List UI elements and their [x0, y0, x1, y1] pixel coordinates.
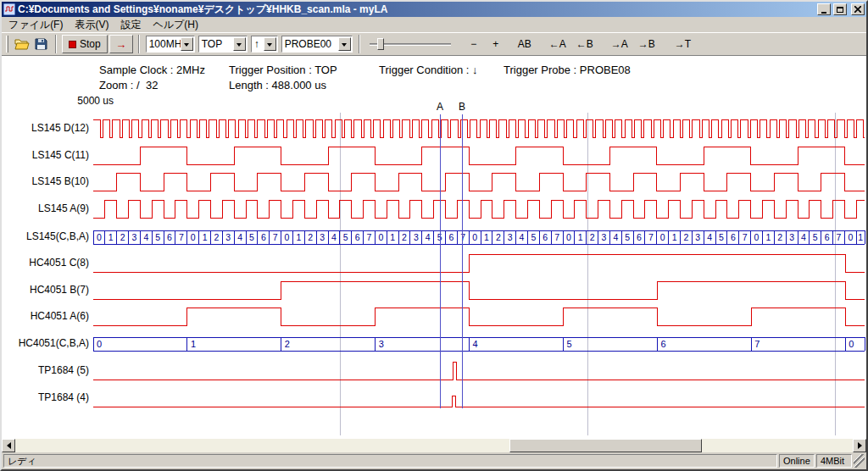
waveform-display[interactable]: 0123456701234567012345670123456701234567… [2, 56, 866, 439]
svg-text:4: 4 [473, 339, 478, 349]
open-button[interactable] [12, 35, 31, 53]
right-to-b-button[interactable]: →B [636, 36, 658, 53]
chevron-down-icon[interactable] [233, 37, 246, 51]
waveform-3 [93, 200, 865, 218]
svg-text:6: 6 [449, 232, 454, 242]
svg-text:4: 4 [143, 232, 148, 242]
stop-icon [69, 41, 76, 48]
waveform-client-area: Sample Clock : 2MHz Trigger Position : T… [2, 56, 866, 439]
right-to-a-button[interactable]: →A [609, 36, 631, 53]
svg-text:4: 4 [707, 232, 712, 242]
svg-text:3: 3 [132, 232, 137, 242]
resize-grip[interactable] [854, 454, 865, 468]
svg-text:2: 2 [308, 232, 313, 242]
svg-text:5: 5 [155, 232, 160, 242]
sample-clock-select[interactable]: 100MHz [146, 36, 195, 53]
right-to-trigger-button[interactable]: →T [672, 36, 693, 53]
svg-text:5: 5 [567, 339, 572, 349]
trigger-edge-value: ↑ [252, 38, 264, 50]
menu-view[interactable]: 表示(V) [69, 17, 114, 33]
svg-text:6: 6 [660, 339, 665, 349]
probe-select[interactable]: PROBE00 [281, 36, 353, 53]
bus-8: 012345670 [93, 337, 865, 351]
svg-text:7: 7 [743, 232, 748, 242]
open-folder-icon [14, 38, 30, 50]
menu-help[interactable]: ヘルプ(H) [147, 17, 204, 33]
svg-text:1: 1 [191, 339, 196, 349]
svg-text:7: 7 [754, 339, 760, 349]
stop-button[interactable]: Stop [62, 35, 108, 53]
trigger-position-select[interactable]: TOP [198, 36, 248, 53]
svg-text:3: 3 [320, 232, 325, 242]
svg-text:6: 6 [355, 232, 360, 242]
svg-text:5: 5 [813, 232, 818, 242]
svg-text:1: 1 [484, 232, 489, 242]
waveform-9 [93, 362, 865, 380]
svg-text:2: 2 [496, 232, 501, 242]
trigger-position-value: TOP [199, 38, 233, 50]
gridlines [340, 113, 835, 435]
chevron-down-icon[interactable] [264, 37, 276, 51]
toolbar-grip[interactable] [6, 36, 8, 53]
minimize-button[interactable] [817, 3, 831, 15]
svg-text:3: 3 [602, 232, 607, 242]
svg-text:3: 3 [414, 232, 419, 242]
svg-text:6: 6 [167, 232, 172, 242]
svg-text:6: 6 [825, 232, 830, 242]
svg-text:4: 4 [237, 232, 242, 242]
horizontal-scrollbar[interactable] [2, 439, 866, 452]
svg-text:1: 1 [296, 232, 301, 242]
left-to-b-button[interactable]: ←B [574, 36, 596, 53]
zoom-slider[interactable] [370, 36, 451, 53]
trigger-edge-select[interactable]: ↑ [251, 36, 278, 53]
ab-button[interactable]: AB [515, 36, 534, 53]
window-title: C:¥Documents and Settings¥noname¥デスクトップ¥… [18, 3, 815, 17]
svg-text:3: 3 [508, 232, 513, 242]
svg-text:6: 6 [261, 232, 266, 242]
menu-bar: ファイル(F)表示(V)設定ヘルプ(H) [2, 17, 866, 32]
svg-text:1: 1 [578, 232, 583, 242]
chevron-down-icon[interactable] [338, 37, 351, 51]
svg-text:6: 6 [637, 232, 642, 242]
svg-text:2: 2 [777, 232, 782, 242]
scrollbar-track[interactable] [15, 439, 853, 452]
chevron-down-icon[interactable] [181, 37, 193, 51]
svg-text:4: 4 [426, 232, 431, 242]
scroll-right-button[interactable] [853, 439, 866, 452]
menu-file[interactable]: ファイル(F) [3, 17, 69, 33]
svg-text:0: 0 [378, 232, 383, 242]
slider-handle[interactable] [377, 38, 384, 50]
svg-text:7: 7 [179, 232, 184, 242]
svg-text:4: 4 [331, 232, 337, 242]
app-icon [3, 3, 15, 15]
svg-text:0: 0 [848, 232, 853, 242]
maximize-button[interactable] [833, 3, 847, 15]
svg-text:0: 0 [97, 232, 102, 242]
close-icon [854, 6, 861, 13]
left-arrow-icon [3, 442, 11, 449]
svg-text:3: 3 [379, 339, 384, 349]
svg-text:2: 2 [285, 339, 290, 349]
toolbar-separator [55, 35, 57, 53]
cursor-b-label: B [459, 101, 465, 113]
scroll-left-button[interactable] [2, 439, 15, 452]
svg-text:5: 5 [343, 232, 348, 242]
save-button[interactable] [31, 35, 51, 53]
zoom-out-button[interactable]: − [465, 36, 482, 53]
scrollbar-thumb[interactable] [509, 439, 702, 452]
close-button[interactable] [851, 3, 865, 15]
zoom-in-button[interactable]: + [487, 36, 504, 53]
menu-settings[interactable]: 設定 [114, 17, 147, 33]
run-button[interactable]: → [109, 35, 133, 53]
titlebar[interactable]: C:¥Documents and Settings¥noname¥デスクトップ¥… [2, 2, 866, 17]
toolbar: Stop → 100MHz TOP ↑ PROBE00 −+AB←A←B→A→B… [2, 32, 866, 56]
bus-4: 0123456701234567012345670123456701234567… [93, 230, 865, 244]
svg-text:1: 1 [765, 232, 771, 242]
svg-text:3: 3 [225, 232, 231, 242]
svg-text:1: 1 [672, 232, 677, 242]
svg-text:1: 1 [390, 232, 395, 242]
svg-text:1: 1 [203, 232, 208, 242]
waveform-0 [93, 119, 865, 137]
left-to-a-button[interactable]: ←A [547, 36, 569, 53]
svg-text:0: 0 [97, 339, 102, 349]
